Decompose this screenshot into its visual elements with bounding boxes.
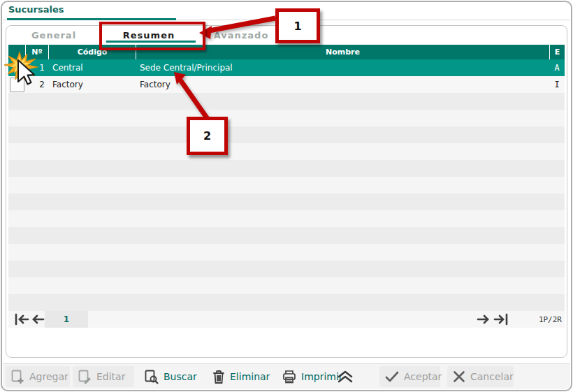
buscar-button[interactable]: Buscar xyxy=(139,366,206,387)
title-underline xyxy=(7,18,176,20)
cell-estado: A xyxy=(549,59,565,76)
sucursales-panel: General Resumen Avanzado Nº Código Nombr… xyxy=(6,25,567,358)
empty-table-row xyxy=(8,126,565,143)
aceptar-label: Aceptar xyxy=(404,371,442,382)
branches-table: Nº Código Nombre E 1CentralSede Central/… xyxy=(8,45,565,328)
agregar-label: Agregar xyxy=(29,371,68,382)
empty-table-row xyxy=(8,244,565,261)
table-row[interactable]: 1CentralSede Central/PrincipalA xyxy=(8,59,565,76)
empty-table-row xyxy=(8,160,565,177)
trash-icon xyxy=(212,370,225,384)
empty-table-row xyxy=(8,277,565,294)
add-record-icon xyxy=(11,370,24,384)
agregar-button[interactable]: Agregar xyxy=(6,366,70,387)
empty-table-row xyxy=(8,210,565,227)
chevron-double-up-icon xyxy=(337,370,354,384)
annotation-callout-2: 2 xyxy=(187,117,228,155)
pagination-bar: 1 1P/2R xyxy=(8,311,565,328)
printer-icon xyxy=(282,370,296,384)
empty-table-row xyxy=(8,261,565,277)
cell-nombre: Factory xyxy=(136,76,549,93)
empty-table-row xyxy=(8,227,565,244)
empty-table-row xyxy=(8,93,565,110)
row-selector-cell[interactable] xyxy=(8,76,25,93)
cell-codigo: Factory xyxy=(48,76,136,93)
tab-avanzado[interactable]: Avanzado xyxy=(206,30,276,43)
page-record-counter: 1P/2R xyxy=(539,315,562,324)
last-page-icon[interactable] xyxy=(493,313,509,328)
edit-record-icon xyxy=(78,370,92,384)
eliminar-button[interactable]: Eliminar xyxy=(207,366,277,387)
page-title: Sucursales xyxy=(8,4,64,15)
current-page-button[interactable]: 1 xyxy=(45,311,88,328)
aceptar-button[interactable]: Aceptar xyxy=(379,366,440,387)
first-page-icon[interactable] xyxy=(14,313,29,328)
annotation-highlight-resumen-tab xyxy=(99,22,205,50)
buscar-label: Buscar xyxy=(164,371,197,382)
cell-numero: 2 xyxy=(25,76,48,93)
cancelar-label: Cancelar xyxy=(470,371,514,382)
search-record-icon xyxy=(145,370,159,384)
imprimir-button[interactable]: Imprimir xyxy=(277,366,335,387)
eliminar-label: Eliminar xyxy=(230,371,270,382)
column-header-selector xyxy=(8,45,25,59)
cell-estado: I xyxy=(549,76,565,93)
check-icon xyxy=(385,370,399,383)
sucursales-window: Sucursales General Resumen Avanzado Nº C… xyxy=(0,0,573,392)
cell-nombre: Sede Central/Principal xyxy=(136,59,549,76)
empty-table-row xyxy=(8,194,565,210)
cancelar-button[interactable]: Cancelar xyxy=(447,366,514,387)
collapse-toolbar-button[interactable] xyxy=(331,366,355,387)
table-row[interactable]: 2FactoryFactoryI xyxy=(8,76,565,93)
annotation-callout-1: 1 xyxy=(275,8,320,43)
table-header-row: Nº Código Nombre E xyxy=(8,45,565,59)
tab-general[interactable]: General xyxy=(19,30,89,43)
row-select-button[interactable] xyxy=(10,78,24,92)
x-icon xyxy=(453,370,465,383)
empty-table-row xyxy=(8,110,565,126)
row-selector-cell[interactable] xyxy=(8,59,25,76)
editar-label: Editar xyxy=(96,371,125,382)
empty-table-row xyxy=(8,143,565,160)
column-header-numero: Nº xyxy=(25,45,48,59)
cell-numero: 1 xyxy=(25,59,48,76)
table-body: 1CentralSede Central/PrincipalA2FactoryF… xyxy=(8,59,565,311)
column-header-estado: E xyxy=(549,45,565,59)
cell-codigo: Central xyxy=(48,59,136,76)
empty-table-row xyxy=(8,294,565,311)
previous-page-icon[interactable] xyxy=(31,313,45,328)
next-page-icon[interactable] xyxy=(477,313,491,328)
empty-table-row xyxy=(8,177,565,194)
bottom-toolbar: Agregar Editar Buscar Eliminar Imprimir xyxy=(3,363,570,389)
editar-button[interactable]: Editar xyxy=(73,366,134,387)
